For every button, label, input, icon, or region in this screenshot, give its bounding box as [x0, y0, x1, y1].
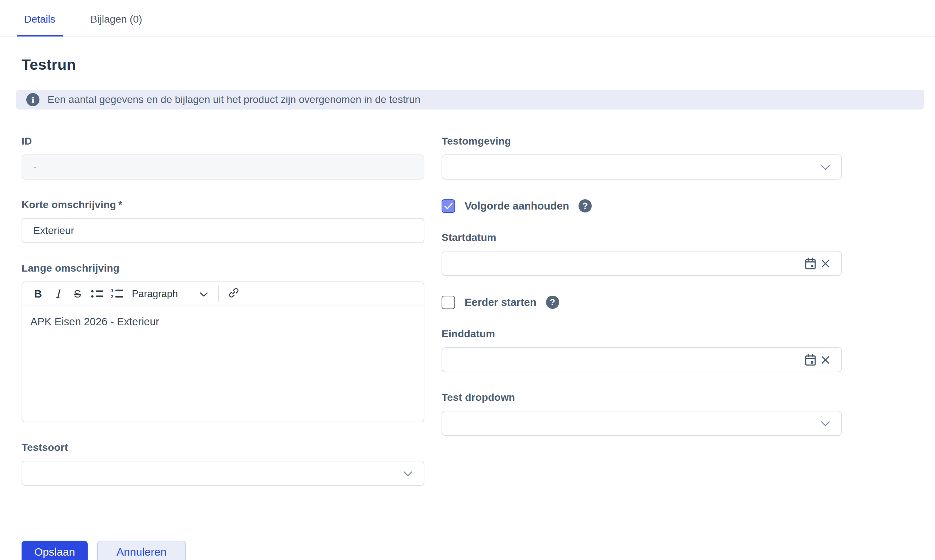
volgorde-aanhouden-row: Volgorde aanhouden ?: [442, 198, 842, 213]
chevron-down-icon: [821, 418, 830, 429]
tab-bijlagen[interactable]: Bijlagen (0): [83, 14, 150, 37]
korte-omschrijving-label: Korte omschrijving*: [22, 198, 424, 211]
tab-details[interactable]: Details: [17, 14, 63, 37]
info-icon: i: [26, 93, 39, 106]
korte-omschrijving-label-text: Korte omschrijving: [22, 199, 116, 210]
toolbar-divider: [218, 286, 219, 302]
volgorde-aanhouden-label[interactable]: Volgorde aanhouden: [465, 200, 569, 212]
chevron-down-icon: [821, 162, 830, 173]
help-icon[interactable]: ?: [579, 199, 591, 212]
id-input: [22, 154, 424, 180]
tab-bar: Details Bijlagen (0): [0, 0, 935, 37]
field-einddatum: Einddatum: [442, 328, 842, 372]
einddatum-input[interactable]: [442, 347, 842, 372]
eerder-starten-label[interactable]: Eerder starten: [465, 297, 536, 308]
form-content: Testrun i Een aantal gegevens en de bijl…: [0, 55, 935, 560]
save-button[interactable]: Opslaan: [22, 541, 88, 560]
test-dropdown-select[interactable]: [442, 411, 842, 436]
clear-date-icon[interactable]: [818, 353, 832, 367]
paragraph-style-dropdown[interactable]: Paragraph: [127, 284, 213, 304]
bullet-list-button[interactable]: [87, 284, 107, 304]
startdatum-label: Startdatum: [442, 231, 842, 244]
testsoort-select[interactable]: [22, 461, 424, 486]
calendar-icon[interactable]: [803, 352, 818, 368]
eerder-starten-checkbox[interactable]: [442, 296, 455, 309]
help-icon[interactable]: ?: [546, 296, 559, 309]
einddatum-label: Einddatum: [442, 328, 842, 340]
form-column-right: Testomgeving: [442, 135, 842, 436]
numbered-list-icon: 1 2: [110, 288, 123, 300]
form-column-left: ID Korte omschrijving* Lange omschrijvin…: [22, 135, 424, 486]
cancel-button[interactable]: Annuleren: [97, 541, 186, 560]
editor-paragraph: APK Eisen 2026 - Exterieur: [30, 316, 416, 328]
id-label: ID: [22, 135, 424, 148]
eerder-starten-row: Eerder starten ?: [442, 295, 842, 309]
bullet-list-icon: [91, 288, 103, 299]
testrun-form-page: Details Bijlagen (0) Testrun i Een aanta…: [0, 0, 935, 560]
field-korte-omschrijving: Korte omschrijving*: [22, 198, 424, 243]
bold-button[interactable]: B: [28, 284, 48, 304]
svg-text:2: 2: [111, 294, 114, 299]
testomgeving-select[interactable]: [442, 154, 842, 180]
svg-text:1: 1: [111, 288, 114, 293]
chevron-down-icon: [403, 468, 413, 479]
required-asterisk: *: [118, 199, 122, 210]
numbered-list-button[interactable]: 1 2: [107, 284, 127, 304]
field-lange-omschrijving: Lange omschrijving B I S: [22, 262, 424, 422]
rich-text-editor: B I S: [22, 282, 424, 422]
italic-button[interactable]: I: [48, 284, 68, 304]
page-title: Testrun: [22, 55, 842, 74]
form-grid: ID Korte omschrijving* Lange omschrijvin…: [22, 135, 842, 486]
lange-omschrijving-editor-content[interactable]: APK Eisen 2026 - Exterieur: [22, 306, 424, 422]
calendar-icon[interactable]: [803, 255, 818, 272]
field-testomgeving: Testomgeving: [442, 135, 842, 180]
form-actions: Opslaan Annuleren: [22, 541, 842, 560]
link-button[interactable]: [224, 284, 243, 304]
paragraph-style-label: Paragraph: [132, 288, 178, 300]
clear-date-icon[interactable]: [818, 257, 832, 271]
testsoort-label: Testsoort: [22, 442, 424, 454]
field-testsoort: Testsoort: [22, 442, 424, 486]
chevron-down-icon: [200, 288, 208, 300]
testomgeving-label: Testomgeving: [442, 135, 842, 148]
test-dropdown-label: Test dropdown: [442, 391, 842, 404]
strikethrough-button[interactable]: S: [68, 284, 87, 304]
field-id: ID: [22, 135, 424, 180]
field-test-dropdown: Test dropdown: [442, 391, 842, 436]
volgorde-aanhouden-checkbox[interactable]: [442, 199, 455, 213]
lange-omschrijving-label: Lange omschrijving: [22, 262, 424, 274]
strikethrough-glyph: S: [74, 288, 81, 300]
link-icon: [228, 287, 240, 301]
field-startdatum: Startdatum: [442, 231, 842, 276]
info-banner: i Een aantal gegevens en de bijlagen uit…: [16, 90, 924, 109]
info-banner-text: Een aantal gegevens en de bijlagen uit h…: [48, 94, 421, 106]
startdatum-input[interactable]: [442, 251, 842, 276]
korte-omschrijving-input[interactable]: [22, 218, 424, 243]
editor-toolbar: B I S: [22, 282, 424, 306]
